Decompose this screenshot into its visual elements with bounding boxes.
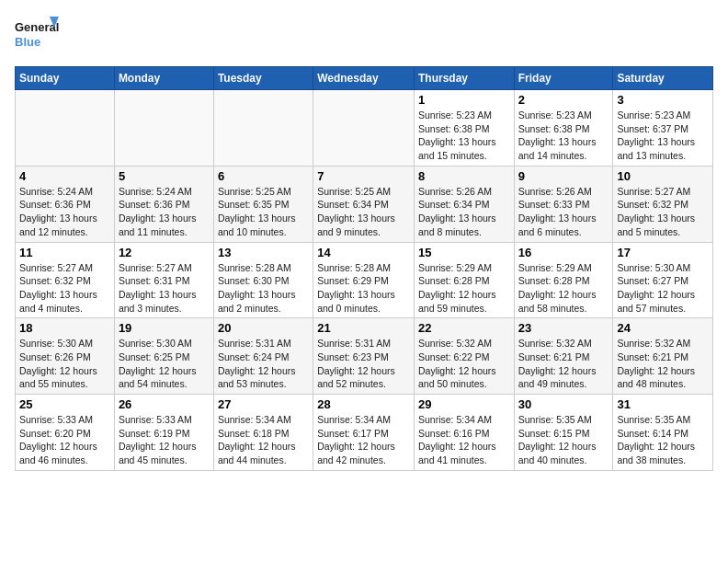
day-number: 20: [218, 321, 309, 335]
calendar-cell: 12Sunrise: 5:27 AM Sunset: 6:31 PM Dayli…: [114, 242, 213, 318]
cell-content: Sunrise: 5:35 AM Sunset: 6:15 PM Dayligh…: [518, 413, 609, 467]
calendar-body: 1Sunrise: 5:23 AM Sunset: 6:38 PM Daylig…: [16, 90, 713, 471]
cell-content: Sunrise: 5:32 AM Sunset: 6:21 PM Dayligh…: [617, 337, 709, 391]
cell-content: Sunrise: 5:24 AM Sunset: 6:36 PM Dayligh…: [119, 185, 210, 239]
calendar-cell: 30Sunrise: 5:35 AM Sunset: 6:15 PM Dayli…: [514, 395, 613, 471]
day-number: 31: [617, 397, 709, 411]
cell-content: Sunrise: 5:28 AM Sunset: 6:30 PM Dayligh…: [218, 261, 309, 316]
day-number: 12: [119, 246, 210, 259]
cell-content: Sunrise: 5:26 AM Sunset: 6:33 PM Dayligh…: [518, 185, 609, 239]
logo-svg: General Blue: [15, 15, 61, 55]
calendar-cell: [16, 90, 115, 167]
cell-content: Sunrise: 5:26 AM Sunset: 6:34 PM Dayligh…: [418, 185, 510, 239]
cell-content: Sunrise: 5:25 AM Sunset: 6:34 PM Dayligh…: [317, 185, 410, 239]
cell-content: Sunrise: 5:30 AM Sunset: 6:27 PM Dayligh…: [617, 261, 709, 316]
calendar-cell: 16Sunrise: 5:29 AM Sunset: 6:28 PM Dayli…: [514, 242, 613, 318]
calendar-cell: 18Sunrise: 5:30 AM Sunset: 6:26 PM Dayli…: [16, 318, 115, 395]
calendar-cell: 17Sunrise: 5:30 AM Sunset: 6:27 PM Dayli…: [613, 242, 713, 318]
day-number: 29: [418, 397, 510, 411]
calendar-cell: 13Sunrise: 5:28 AM Sunset: 6:30 PM Dayli…: [213, 242, 313, 318]
calendar-cell: 8Sunrise: 5:26 AM Sunset: 6:34 PM Daylig…: [414, 166, 514, 242]
calendar-cell: 28Sunrise: 5:34 AM Sunset: 6:17 PM Dayli…: [313, 395, 415, 471]
day-number: 24: [617, 321, 709, 335]
day-number: 3: [617, 93, 709, 107]
cell-content: Sunrise: 5:23 AM Sunset: 6:37 PM Dayligh…: [617, 109, 709, 163]
calendar-cell: 23Sunrise: 5:32 AM Sunset: 6:21 PM Dayli…: [514, 318, 613, 395]
cell-content: Sunrise: 5:27 AM Sunset: 6:31 PM Dayligh…: [119, 261, 210, 316]
calendar-table: SundayMondayTuesdayWednesdayThursdayFrid…: [15, 66, 713, 471]
calendar-cell: 10Sunrise: 5:27 AM Sunset: 6:32 PM Dayli…: [613, 166, 713, 242]
calendar-cell: 25Sunrise: 5:33 AM Sunset: 6:20 PM Dayli…: [16, 395, 115, 471]
week-row-1: 1Sunrise: 5:23 AM Sunset: 6:38 PM Daylig…: [16, 90, 713, 167]
logo: General Blue: [15, 15, 61, 55]
calendar-cell: 14Sunrise: 5:28 AM Sunset: 6:29 PM Dayli…: [313, 242, 415, 318]
calendar-cell: 29Sunrise: 5:34 AM Sunset: 6:16 PM Dayli…: [414, 395, 514, 471]
header-saturday: Saturday: [613, 67, 713, 90]
calendar-cell: 26Sunrise: 5:33 AM Sunset: 6:19 PM Dayli…: [114, 395, 213, 471]
cell-content: Sunrise: 5:27 AM Sunset: 6:32 PM Dayligh…: [617, 185, 709, 239]
day-number: 10: [617, 169, 709, 183]
cell-content: Sunrise: 5:28 AM Sunset: 6:29 PM Dayligh…: [317, 261, 410, 316]
calendar-header: SundayMondayTuesdayWednesdayThursdayFrid…: [16, 67, 713, 90]
day-number: 5: [119, 169, 210, 183]
day-number: 30: [518, 397, 609, 411]
calendar-cell: 6Sunrise: 5:25 AM Sunset: 6:35 PM Daylig…: [213, 166, 313, 242]
cell-content: Sunrise: 5:25 AM Sunset: 6:35 PM Dayligh…: [218, 185, 309, 239]
cell-content: Sunrise: 5:23 AM Sunset: 6:38 PM Dayligh…: [418, 109, 510, 163]
day-number: 2: [518, 93, 609, 107]
cell-content: Sunrise: 5:30 AM Sunset: 6:25 PM Dayligh…: [119, 337, 210, 391]
calendar-cell: 1Sunrise: 5:23 AM Sunset: 6:38 PM Daylig…: [414, 90, 514, 167]
cell-content: Sunrise: 5:24 AM Sunset: 6:36 PM Dayligh…: [19, 185, 110, 239]
calendar-cell: 22Sunrise: 5:32 AM Sunset: 6:22 PM Dayli…: [414, 318, 514, 395]
calendar-cell: 5Sunrise: 5:24 AM Sunset: 6:36 PM Daylig…: [114, 166, 213, 242]
calendar-cell: 11Sunrise: 5:27 AM Sunset: 6:32 PM Dayli…: [16, 242, 115, 318]
calendar-cell: 21Sunrise: 5:31 AM Sunset: 6:23 PM Dayli…: [313, 318, 415, 395]
cell-content: Sunrise: 5:33 AM Sunset: 6:19 PM Dayligh…: [119, 413, 210, 467]
cell-content: Sunrise: 5:29 AM Sunset: 6:28 PM Dayligh…: [418, 261, 510, 316]
header-row: SundayMondayTuesdayWednesdayThursdayFrid…: [16, 67, 713, 90]
cell-content: Sunrise: 5:33 AM Sunset: 6:20 PM Dayligh…: [19, 413, 110, 467]
header-wednesday: Wednesday: [313, 67, 415, 90]
cell-content: Sunrise: 5:34 AM Sunset: 6:16 PM Dayligh…: [418, 413, 510, 467]
day-number: 15: [418, 246, 510, 259]
day-number: 23: [518, 321, 609, 335]
day-number: 18: [19, 321, 110, 335]
cell-content: Sunrise: 5:32 AM Sunset: 6:21 PM Dayligh…: [518, 337, 609, 391]
header-sunday: Sunday: [16, 67, 115, 90]
calendar-cell: 4Sunrise: 5:24 AM Sunset: 6:36 PM Daylig…: [16, 166, 115, 242]
day-number: 14: [317, 246, 410, 259]
calendar-cell: 15Sunrise: 5:29 AM Sunset: 6:28 PM Dayli…: [414, 242, 514, 318]
cell-content: Sunrise: 5:29 AM Sunset: 6:28 PM Dayligh…: [518, 261, 609, 316]
page-header: General Blue: [15, 15, 713, 55]
week-row-2: 4Sunrise: 5:24 AM Sunset: 6:36 PM Daylig…: [16, 166, 713, 242]
cell-content: Sunrise: 5:30 AM Sunset: 6:26 PM Dayligh…: [19, 337, 110, 391]
week-row-5: 25Sunrise: 5:33 AM Sunset: 6:20 PM Dayli…: [16, 395, 713, 471]
calendar-cell: 3Sunrise: 5:23 AM Sunset: 6:37 PM Daylig…: [613, 90, 713, 167]
calendar-cell: 31Sunrise: 5:35 AM Sunset: 6:14 PM Dayli…: [613, 395, 713, 471]
calendar-cell: 19Sunrise: 5:30 AM Sunset: 6:25 PM Dayli…: [114, 318, 213, 395]
day-number: 22: [418, 321, 510, 335]
calendar-cell: 2Sunrise: 5:23 AM Sunset: 6:38 PM Daylig…: [514, 90, 613, 167]
calendar-cell: 24Sunrise: 5:32 AM Sunset: 6:21 PM Dayli…: [613, 318, 713, 395]
calendar-cell: [213, 90, 313, 167]
day-number: 17: [617, 246, 709, 259]
day-number: 7: [317, 169, 410, 183]
week-row-4: 18Sunrise: 5:30 AM Sunset: 6:26 PM Dayli…: [16, 318, 713, 395]
cell-content: Sunrise: 5:31 AM Sunset: 6:24 PM Dayligh…: [218, 337, 309, 391]
day-number: 13: [218, 246, 309, 259]
day-number: 11: [19, 246, 110, 259]
calendar-cell: 20Sunrise: 5:31 AM Sunset: 6:24 PM Dayli…: [213, 318, 313, 395]
cell-content: Sunrise: 5:34 AM Sunset: 6:17 PM Dayligh…: [317, 413, 410, 467]
header-thursday: Thursday: [414, 67, 514, 90]
day-number: 16: [518, 246, 609, 259]
svg-text:Blue: Blue: [15, 35, 40, 49]
calendar-cell: 27Sunrise: 5:34 AM Sunset: 6:18 PM Dayli…: [213, 395, 313, 471]
header-friday: Friday: [514, 67, 613, 90]
day-number: 21: [317, 321, 410, 335]
day-number: 4: [19, 169, 110, 183]
day-number: 25: [19, 397, 110, 411]
day-number: 28: [317, 397, 410, 411]
day-number: 6: [218, 169, 309, 183]
calendar-cell: [313, 90, 415, 167]
day-number: 27: [218, 397, 309, 411]
